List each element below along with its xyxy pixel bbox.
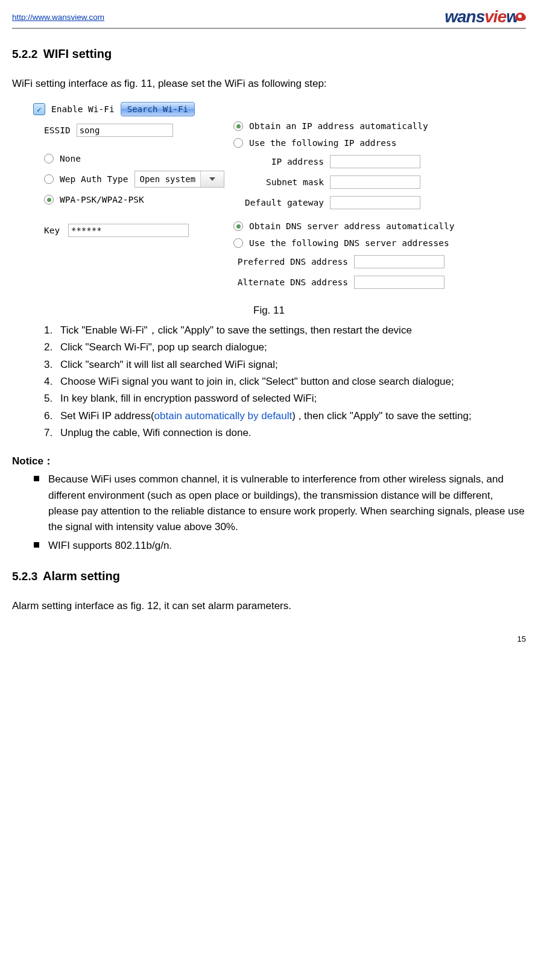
search-wifi-button[interactable]: Search Wi-Fi: [121, 102, 195, 116]
notice-list: Because WiFi uses common channel, it is …: [12, 472, 526, 554]
gateway-label: Default gateway: [233, 198, 324, 207]
chevron-down-icon: [200, 171, 224, 187]
brand-logo: wansview: [445, 7, 526, 27]
figure-11: ✓ Enable Wi-Fi Search Wi-Fi ESSID song N…: [12, 102, 526, 296]
alarm-intro-text: Alarm setting interface as fig. 12, it c…: [12, 600, 526, 612]
security-wpa-radio[interactable]: [44, 195, 54, 204]
essid-label: ESSID: [44, 125, 71, 135]
subnet-mask-input[interactable]: [330, 175, 420, 189]
step-3: Click "search" it will list all searched…: [55, 357, 526, 373]
header-url-link[interactable]: http://www.wansview.com: [12, 13, 104, 22]
security-none-radio[interactable]: [44, 154, 54, 163]
wifi-intro-text: WiFi setting interface as fig. 11, pleas…: [12, 78, 526, 90]
step-2: Click "Search Wi-Fi", pop up search dial…: [55, 340, 526, 355]
ip-address-input[interactable]: [330, 155, 420, 168]
dns-pref-input[interactable]: [354, 255, 445, 268]
security-wpa-label: WPA-PSK/WPA2-PSK: [60, 195, 144, 204]
wep-auth-value: Open system: [135, 174, 201, 184]
subnet-mask-label: Subnet mask: [233, 177, 324, 187]
section-number-2: 5.2.3: [12, 570, 37, 583]
logo-text-1: wans: [445, 7, 484, 27]
dns-static-radio[interactable]: [233, 238, 243, 248]
dns-alt-label: Alternate DNS address: [233, 277, 348, 287]
section-number: 5.2.2: [12, 48, 37, 60]
enable-wifi-label: Enable Wi-Fi: [51, 104, 115, 114]
page-number: 15: [517, 634, 526, 643]
ip-address-label: IP address: [233, 157, 324, 166]
figure-caption: Fig. 11: [12, 305, 526, 317]
step-6: Set WiFi IP address(obtain automatically…: [55, 408, 526, 424]
step-5: In key blank, fill in encryption passwor…: [55, 391, 526, 406]
security-none-label: None: [60, 154, 81, 163]
section-title-2: Alarm setting: [43, 569, 120, 583]
notice-item-1: Because WiFi uses common channel, it is …: [48, 472, 526, 535]
ip-auto-radio[interactable]: [233, 121, 243, 131]
security-wep-radio[interactable]: [44, 174, 54, 184]
logo-eye-icon: [515, 13, 526, 21]
section-heading-alarm: 5.2.3 Alarm setting: [12, 569, 526, 583]
wep-auth-dropdown[interactable]: Open system: [134, 171, 225, 188]
dns-auto-label: Obtain DNS server address automatically: [249, 221, 454, 231]
ip-static-radio[interactable]: [233, 138, 243, 148]
notice-item-2: WIFI supports 802.11b/g/n.: [48, 538, 526, 554]
logo-text-2: vie: [484, 7, 506, 27]
dns-alt-input[interactable]: [354, 276, 445, 289]
ip-auto-label: Obtain an IP address automatically: [249, 121, 428, 131]
page-header: http://www.wansview.com wansview: [12, 7, 526, 29]
gateway-input[interactable]: [330, 196, 420, 209]
security-wep-label: Wep Auth Type: [60, 174, 128, 184]
ip-static-label: Use the following IP address: [249, 138, 396, 148]
notice-heading: Notice：: [12, 454, 526, 468]
essid-input[interactable]: song: [77, 124, 173, 137]
section-heading-wifi: 5.2.2 WIFI setting: [12, 47, 526, 61]
step-7: Unplug the cable, Wifi connection is don…: [55, 425, 526, 441]
dns-static-label: Use the following DNS server addresses: [249, 238, 449, 248]
key-label: Key: [44, 226, 62, 235]
step-1: Tick "Enable Wi-Fi"，click "Apply" to sav…: [55, 323, 526, 338]
key-input[interactable]: ******: [68, 224, 189, 237]
dns-auto-radio[interactable]: [233, 221, 243, 231]
dns-pref-label: Preferred DNS address: [233, 257, 348, 267]
section-title: WIFI setting: [43, 47, 112, 60]
step-4: Choose WiFi signal you want to join in, …: [55, 374, 526, 390]
wifi-steps-list: Tick "Enable Wi-Fi"，click "Apply" to sav…: [12, 323, 526, 441]
enable-wifi-checkbox[interactable]: ✓: [33, 103, 45, 115]
